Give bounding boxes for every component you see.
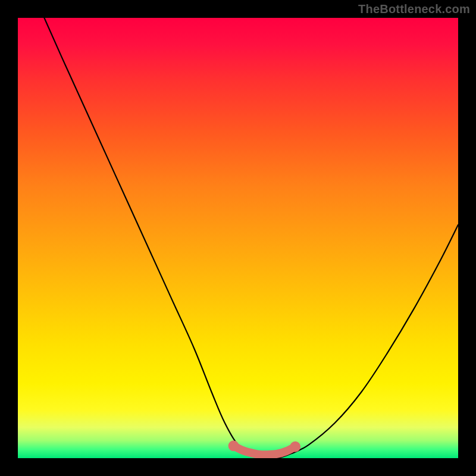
highlight-end-dot xyxy=(290,441,300,452)
watermark-text: TheBottleneck.com xyxy=(358,2,470,16)
highlight-end-dot xyxy=(228,440,239,451)
plot-area xyxy=(18,18,458,458)
bottleneck-curve-path xyxy=(44,18,458,458)
chart-frame: TheBottleneck.com xyxy=(0,0,476,476)
curve-layer xyxy=(18,18,458,458)
highlight-band-path xyxy=(234,446,296,455)
